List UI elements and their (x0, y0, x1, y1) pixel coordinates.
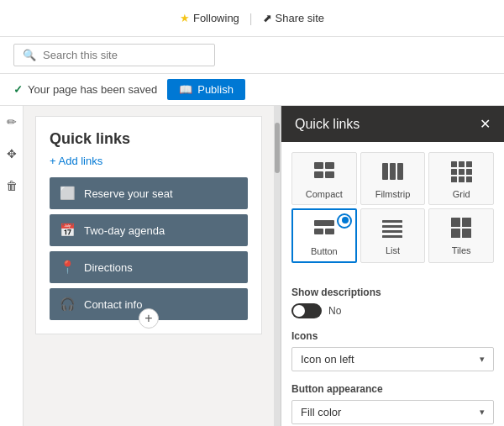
svg-rect-0 (314, 162, 323, 169)
search-box: 🔍 (13, 44, 215, 66)
reserve-icon: ⬜ (60, 186, 76, 201)
delete-icon[interactable]: 🗑 (3, 176, 21, 195)
svg-rect-17 (314, 229, 323, 234)
compact-label: Compact (306, 189, 343, 199)
svg-rect-21 (382, 230, 402, 233)
list-item[interactable]: ⬜ Reserve your seat (50, 177, 248, 209)
move-icon[interactable]: ✥ (3, 145, 21, 163)
svg-rect-25 (451, 229, 460, 238)
show-descriptions-label: Show descriptions (291, 287, 494, 298)
quick-links-list: ⬜ Reserve your seat 📅 Two-day agenda 📍 D… (50, 177, 248, 320)
agenda-icon: 📅 (60, 223, 76, 238)
search-icon: 🔍 (23, 49, 36, 61)
checkmark-icon: ✓ (13, 83, 23, 96)
grid-label: Grid (453, 189, 470, 199)
main-area: ✏ ✥ 🗑 Quick links + Add links ⬜ Reserve … (0, 106, 504, 426)
save-status-text: Your page has been saved (28, 83, 157, 96)
button-appearance-setting: Button appearance Fill color ▾ (291, 383, 494, 424)
contact-label: Contact info (84, 298, 142, 311)
svg-rect-18 (325, 229, 334, 234)
panel-settings: Show descriptions No Icons Icon on left … (281, 280, 504, 426)
icons-select[interactable]: Icon on left ▾ (291, 347, 494, 371)
svg-rect-1 (325, 162, 334, 169)
svg-rect-10 (451, 169, 457, 175)
layout-filmstrip[interactable]: Filmstrip (360, 152, 426, 205)
right-panel: Quick links ✕ Compact Filmstrip (281, 106, 504, 426)
webpart-title: Quick links (50, 130, 248, 148)
following-label: Following (193, 12, 239, 24)
layout-grid-opt[interactable]: Grid (428, 152, 494, 205)
svg-rect-9 (466, 161, 472, 167)
icons-label: Icons (291, 330, 494, 342)
save-bar: ✓ Your page has been saved 📖 Publish (0, 74, 504, 106)
star-icon: ★ (180, 12, 190, 24)
toggle-row: No (291, 303, 494, 318)
tiles-icon (449, 216, 473, 242)
svg-rect-13 (451, 176, 457, 182)
tiles-label: Tiles (452, 245, 471, 255)
panel-header: Quick links ✕ (281, 106, 504, 142)
show-descriptions-setting: Show descriptions No (291, 287, 494, 318)
button-appearance-select[interactable]: Fill color ▾ (291, 400, 494, 424)
layout-button[interactable]: Button (291, 208, 357, 263)
button-label: Button (311, 246, 338, 256)
svg-rect-2 (314, 171, 323, 178)
share-label: Share site (276, 12, 325, 24)
share-button[interactable]: ⬈ Share site (263, 12, 325, 24)
top-bar-actions: ★ Following | ⬈ Share site (180, 12, 324, 25)
svg-rect-20 (382, 225, 402, 228)
button-icon (312, 217, 336, 243)
following-button[interactable]: ★ Following (180, 12, 239, 24)
chevron-down-icon: ▾ (480, 354, 485, 365)
directions-icon: 📍 (60, 260, 76, 275)
svg-rect-3 (325, 171, 334, 178)
add-links-button[interactable]: + Add links (50, 155, 248, 167)
search-input[interactable] (43, 49, 206, 61)
filmstrip-icon (381, 160, 404, 186)
list-item[interactable]: 📍 Directions (50, 251, 248, 283)
list-item[interactable]: 📅 Two-day agenda (50, 214, 248, 246)
publish-label: Publish (197, 83, 234, 96)
svg-rect-16 (314, 220, 334, 226)
page-canvas: Quick links + Add links ⬜ Reserve your s… (24, 106, 274, 426)
separator: | (249, 12, 253, 25)
reserve-label: Reserve your seat (84, 187, 173, 200)
svg-rect-6 (397, 163, 403, 180)
top-bar: ★ Following | ⬈ Share site (0, 0, 504, 37)
svg-rect-26 (462, 229, 471, 238)
toggle-knob (293, 305, 305, 317)
svg-rect-7 (451, 161, 457, 167)
add-section-button[interactable]: + (139, 308, 159, 329)
button-appearance-label: Button appearance (291, 383, 494, 395)
filmstrip-label: Filmstrip (375, 189, 411, 199)
svg-rect-19 (382, 220, 402, 223)
icons-setting: Icons Icon on left ▾ (291, 330, 494, 371)
directions-label: Directions (84, 261, 133, 274)
icons-value: Icon on left (301, 353, 354, 366)
contact-icon: 🎧 (60, 297, 76, 312)
descriptions-toggle[interactable] (291, 303, 322, 318)
edit-icon[interactable]: ✏ (3, 113, 21, 131)
save-status: ✓ Your page has been saved (13, 83, 157, 96)
layout-list[interactable]: List (360, 208, 426, 263)
button-appearance-value: Fill color (301, 406, 341, 418)
layout-compact[interactable]: Compact (291, 152, 357, 205)
panel-title: Quick links (295, 117, 360, 132)
scroll-thumb (275, 123, 280, 173)
search-row: 🔍 (0, 37, 504, 74)
scroll-bar[interactable] (274, 106, 281, 426)
publish-button[interactable]: 📖 Publish (167, 79, 245, 100)
agenda-label: Two-day agenda (84, 224, 165, 237)
svg-rect-12 (466, 169, 472, 175)
side-icons: ✏ ✥ 🗑 (0, 106, 24, 426)
svg-rect-23 (451, 218, 460, 227)
layout-tiles[interactable]: Tiles (428, 208, 494, 263)
grid-icon (449, 160, 473, 186)
svg-rect-4 (382, 163, 388, 180)
svg-rect-22 (382, 235, 402, 238)
panel-close-button[interactable]: ✕ (480, 116, 491, 132)
svg-rect-5 (390, 163, 396, 180)
svg-rect-11 (459, 169, 465, 175)
share-icon: ⬈ (263, 12, 272, 24)
svg-rect-15 (466, 176, 472, 182)
